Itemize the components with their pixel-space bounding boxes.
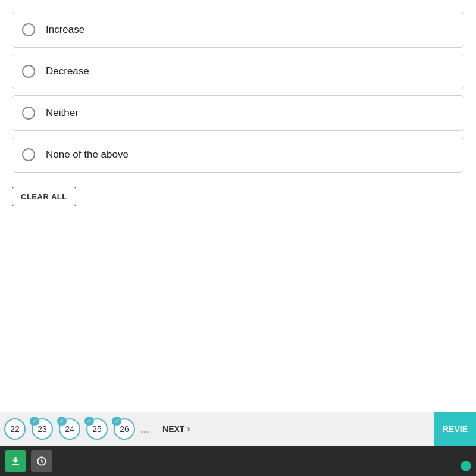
nav-check-badge-25: ✓: [84, 416, 94, 426]
option-label-increase: Increase: [46, 24, 84, 36]
option-label-decrease: Decrease: [46, 65, 89, 77]
teal-indicator: [461, 461, 471, 471]
nav-check-badge-26: ✓: [112, 416, 121, 426]
option-label-none-above: None of the above: [46, 149, 129, 161]
nav-num-22[interactable]: 22: [2, 416, 27, 441]
nav-numbers: 22✓23✓24✓25✓26: [0, 416, 137, 441]
nav-num-26[interactable]: ✓26: [112, 416, 137, 441]
nav-num-23[interactable]: ✓23: [30, 416, 55, 441]
bottom-nav-bar: 22✓23✓24✓25✓26 ... NEXT › REVIE: [0, 412, 476, 446]
option-label-neither: Neither: [46, 107, 79, 119]
option-increase[interactable]: Increase: [12, 12, 464, 48]
options-list: IncreaseDecreaseNeitherNone of the above: [12, 12, 464, 173]
ellipsis: ...: [137, 423, 153, 436]
next-arrow-icon: ›: [187, 424, 190, 434]
main-content: IncreaseDecreaseNeitherNone of the above…: [0, 0, 476, 428]
option-neither[interactable]: Neither: [12, 95, 464, 131]
option-none-above[interactable]: None of the above: [12, 137, 464, 173]
clear-all-button[interactable]: CLEAR ALL: [12, 187, 76, 206]
nav-check-badge-24: ✓: [57, 416, 67, 426]
nav-num-24[interactable]: ✓24: [57, 416, 82, 441]
nav-num-inner-22: 22: [4, 418, 26, 440]
radio-increase: [22, 23, 35, 36]
next-label: NEXT: [162, 424, 184, 434]
review-button[interactable]: REVIE: [434, 412, 476, 446]
radio-none-above: [22, 148, 35, 161]
next-button[interactable]: NEXT ›: [153, 424, 200, 434]
taskbar-app-icon[interactable]: [31, 450, 52, 472]
radio-neither: [22, 107, 35, 120]
nav-num-25[interactable]: ✓25: [84, 416, 109, 441]
taskbar-download-icon[interactable]: [5, 450, 26, 472]
taskbar: [0, 446, 476, 476]
option-decrease[interactable]: Decrease: [12, 54, 464, 89]
radio-decrease: [22, 65, 35, 78]
nav-check-badge-23: ✓: [30, 416, 39, 426]
